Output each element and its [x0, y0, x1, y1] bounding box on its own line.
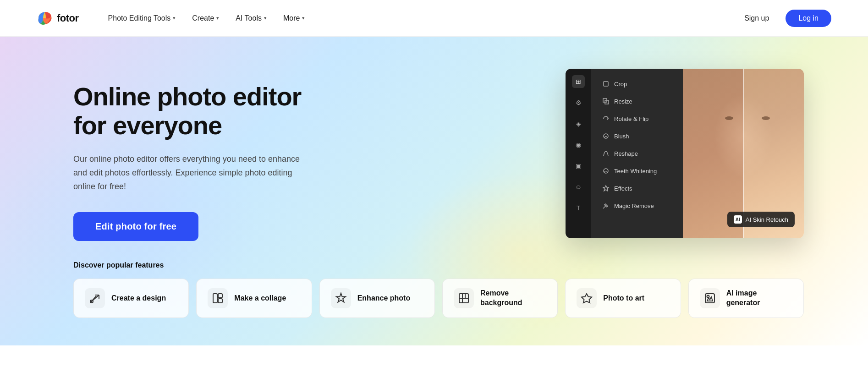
nav-create[interactable]: Create ▾	[185, 11, 226, 26]
tool-blush[interactable]: Blush	[598, 128, 676, 144]
hero-subtitle: Our online photo editor offers everythin…	[73, 153, 312, 193]
nav-ai-tools[interactable]: AI Tools ▾	[228, 11, 274, 26]
tool-teeth-whitening[interactable]: Teeth Whitening	[598, 163, 676, 179]
create-design-icon	[85, 288, 105, 308]
chevron-down-icon: ▾	[264, 15, 267, 21]
sidebar-filter-icon[interactable]: ◈	[572, 117, 585, 130]
feature-enhance-photo[interactable]: Enhance photo	[319, 279, 435, 318]
svg-rect-12	[213, 294, 217, 303]
log-in-button[interactable]: Log in	[786, 10, 831, 27]
svg-rect-1	[604, 82, 608, 86]
feature-label-create-design: Create a design	[111, 294, 166, 303]
sidebar-eye-icon[interactable]: ◉	[572, 138, 585, 151]
sign-up-button[interactable]: Sign up	[735, 11, 778, 26]
main-nav: Photo Editing Tools ▾ Create ▾ AI Tools …	[101, 11, 736, 26]
svg-marker-15	[336, 293, 346, 302]
svg-rect-13	[218, 294, 222, 298]
hero-left: Online photo editor for everyone Our onl…	[73, 73, 330, 241]
logo-text: fotor	[57, 12, 79, 24]
feature-create-design[interactable]: Create a design	[73, 279, 189, 318]
features-grid: Create a design Make a collage	[73, 279, 804, 318]
tool-magic-remove[interactable]: Magic Remove	[598, 198, 676, 213]
nav-photo-editing-tools[interactable]: Photo Editing Tools ▾	[101, 11, 183, 26]
chevron-down-icon: ▾	[173, 15, 176, 21]
svg-rect-14	[218, 299, 222, 303]
tool-resize[interactable]: Resize	[598, 93, 676, 109]
editor-sidebar: ⊞ ⚙ ◈ ◉ ▣ ☺ T	[566, 69, 591, 238]
features-section: Discover popular features Create a desig…	[0, 243, 868, 345]
feature-photo-to-art[interactable]: Photo to art	[565, 279, 681, 318]
sidebar-frame-icon[interactable]: ▣	[572, 159, 585, 172]
svg-point-20	[707, 295, 709, 298]
sidebar-people-icon[interactable]: ☺	[572, 181, 585, 193]
fotor-logo-icon	[37, 10, 53, 27]
enhance-photo-icon	[331, 288, 351, 308]
feature-label-enhance-photo: Enhance photo	[357, 294, 411, 303]
tool-crop[interactable]: Crop	[598, 76, 676, 92]
editor-photo: AI AI Skin Retouch	[683, 69, 804, 238]
sidebar-grid-icon[interactable]: ⊞	[572, 75, 585, 88]
logo[interactable]: fotor	[37, 10, 79, 27]
tool-reshape[interactable]: Reshape	[598, 146, 676, 161]
feature-label-ai-image-generator: AI image generator	[726, 289, 792, 308]
hero-right: ⊞ ⚙ ◈ ◉ ▣ ☺ T Crop	[357, 69, 804, 243]
tool-rotate-flip[interactable]: Rotate & Flip	[598, 111, 676, 126]
features-title: Discover popular features	[73, 261, 804, 269]
svg-point-4	[604, 134, 608, 138]
remove-background-icon	[454, 288, 474, 308]
editor-tools-panel: Crop Resize	[591, 69, 683, 238]
svg-point-5	[604, 169, 608, 173]
sidebar-text-icon[interactable]: T	[572, 202, 585, 214]
sidebar-adjust-icon[interactable]: ⚙	[572, 96, 585, 109]
hero-content: Online photo editor for everyone Our onl…	[0, 37, 868, 243]
chevron-down-icon: ▾	[216, 15, 219, 21]
chevron-down-icon: ▾	[302, 15, 305, 21]
feature-make-collage[interactable]: Make a collage	[196, 279, 312, 318]
feature-ai-image-generator[interactable]: AI image generator	[688, 279, 804, 318]
feature-label-remove-background: Remove background	[480, 289, 546, 308]
edit-photo-button[interactable]: Edit photo for free	[73, 212, 198, 241]
photo-to-art-icon	[577, 288, 597, 308]
header-actions: Sign up Log in	[735, 10, 831, 27]
ai-image-generator-icon	[700, 288, 720, 308]
nav-more[interactable]: More ▾	[276, 11, 312, 26]
tool-effects[interactable]: Effects	[598, 181, 676, 196]
ai-badge: AI AI Skin Retouch	[727, 212, 795, 227]
feature-label-photo-to-art: Photo to art	[603, 294, 644, 303]
make-collage-icon	[208, 288, 228, 308]
svg-marker-18	[582, 294, 592, 303]
feature-label-make-collage: Make a collage	[234, 294, 286, 303]
header: fotor Photo Editing Tools ▾ Create ▾ AI …	[0, 0, 868, 37]
editor-preview: ⊞ ⚙ ◈ ◉ ▣ ☺ T Crop	[566, 69, 804, 238]
hero-section: Online photo editor for everyone Our onl…	[0, 37, 868, 345]
svg-marker-6	[603, 186, 609, 191]
hero-title: Online photo editor for everyone	[73, 82, 330, 140]
ai-icon: AI	[734, 215, 742, 224]
feature-remove-background[interactable]: Remove background	[442, 279, 558, 318]
